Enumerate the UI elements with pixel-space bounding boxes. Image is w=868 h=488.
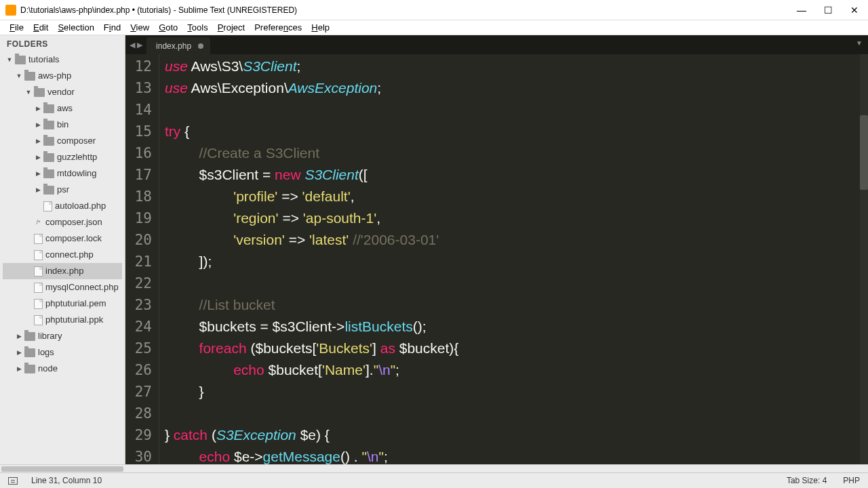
tree-label: connect.php bbox=[45, 248, 94, 262]
tree-label: phptuturial.pem bbox=[45, 297, 106, 310]
menu-goto[interactable]: Goto bbox=[155, 22, 182, 33]
chevron-right-icon[interactable] bbox=[34, 150, 42, 164]
scrollbar-thumb[interactable] bbox=[860, 115, 868, 190]
tree-file-mysqlconnect[interactable]: mysqlConnect.php bbox=[3, 279, 122, 296]
tree-folder-aws[interactable]: aws bbox=[3, 100, 122, 117]
tree-label: tutorials bbox=[28, 53, 60, 66]
tree-label: composer.lock bbox=[45, 232, 102, 245]
tree-label: logs bbox=[38, 346, 54, 359]
tree-label: bin bbox=[57, 118, 68, 131]
tree-label: composer.json bbox=[45, 216, 102, 229]
tabbar: ◀ ▶ index.php ▼ bbox=[125, 35, 868, 54]
file-icon: /* bbox=[34, 218, 43, 228]
menu-selection[interactable]: Selection bbox=[54, 22, 98, 33]
menu-file[interactable]: File bbox=[5, 22, 28, 33]
line-gutter: 12 13 14 15 16 17 18 19 20 21 22 23 24 2… bbox=[125, 54, 159, 464]
menu-view[interactable]: View bbox=[126, 22, 153, 33]
tree-label: psr bbox=[57, 183, 69, 197]
tree-label: index.php bbox=[45, 264, 83, 278]
chevron-right-icon[interactable] bbox=[15, 329, 23, 343]
tree-file-connect[interactable]: connect.php bbox=[3, 247, 122, 263]
menubar: File Edit Selection Find View Goto Tools… bbox=[0, 20, 868, 35]
menu-help[interactable]: Help bbox=[307, 22, 334, 33]
chevron-right-icon[interactable] bbox=[34, 167, 42, 180]
tree-label: composer bbox=[57, 134, 96, 148]
status-language[interactable]: PHP bbox=[843, 476, 860, 485]
file-icon bbox=[34, 283, 43, 293]
chevron-right-icon[interactable] bbox=[34, 183, 42, 197]
tree-folder-guzzlehttp[interactable]: guzzlehttp bbox=[3, 149, 122, 165]
folder-icon bbox=[43, 104, 54, 113]
tree-file-composerjson[interactable]: /*composer.json bbox=[3, 214, 122, 230]
menu-tools[interactable]: Tools bbox=[183, 22, 212, 33]
file-icon bbox=[34, 299, 43, 309]
maximize-button[interactable]: ☐ bbox=[824, 5, 833, 16]
chevron-right-icon[interactable] bbox=[34, 102, 42, 115]
code-editor[interactable]: use Aws\S3\S3Client; use Aws\Exception\A… bbox=[159, 54, 868, 464]
tree-folder-awsphp[interactable]: aws-php bbox=[3, 68, 122, 84]
minimize-button[interactable]: — bbox=[797, 5, 806, 16]
file-icon bbox=[34, 250, 43, 260]
chevron-down-icon[interactable] bbox=[24, 85, 33, 99]
editor-area: ◀ ▶ index.php ▼ 12 13 14 15 16 17 18 19 … bbox=[125, 35, 868, 464]
tree-folder-composer[interactable]: composer bbox=[3, 133, 122, 149]
file-icon bbox=[43, 201, 52, 211]
tree-folder-vendor[interactable]: vendor bbox=[3, 84, 122, 100]
folder-icon bbox=[34, 88, 45, 97]
chevron-right-icon[interactable] bbox=[34, 118, 42, 131]
sidebar: FOLDERS tutorials aws-php vendor aws bin… bbox=[0, 35, 125, 464]
tree-file-ppk[interactable]: phptuturial.ppk bbox=[3, 312, 122, 328]
chevron-right-icon[interactable] bbox=[15, 346, 23, 359]
folder-icon bbox=[43, 169, 54, 178]
tree-file-index[interactable]: index.php bbox=[3, 263, 122, 279]
tree-file-composerlock[interactable]: composer.lock bbox=[3, 230, 122, 247]
tree-folder-library[interactable]: library bbox=[3, 328, 122, 344]
titlebar: D:\tutorials\aws-php\index.php • (tutori… bbox=[0, 0, 868, 20]
status-tabsize[interactable]: Tab Size: 4 bbox=[787, 476, 827, 485]
chevron-down-icon[interactable] bbox=[15, 69, 23, 83]
folder-icon bbox=[24, 365, 35, 373]
tree-label: aws-php bbox=[38, 69, 71, 83]
window-title: D:\tutorials\aws-php\index.php • (tutori… bbox=[20, 5, 797, 15]
chevron-right-icon[interactable] bbox=[34, 134, 42, 148]
scrollbar-thumb[interactable] bbox=[1, 466, 123, 472]
tab-overflow-icon[interactable]: ▼ bbox=[856, 39, 863, 47]
folder-tree: tutorials aws-php vendor aws bin compose… bbox=[0, 52, 125, 382]
file-icon bbox=[34, 315, 43, 325]
chevron-down-icon[interactable] bbox=[5, 53, 14, 66]
tree-label: mtdowling bbox=[57, 167, 97, 180]
tree-folder-bin[interactable]: bin bbox=[3, 117, 122, 133]
tree-label: phptuturial.ppk bbox=[45, 313, 103, 327]
menu-find[interactable]: Find bbox=[100, 22, 125, 33]
chevron-right-icon[interactable] bbox=[15, 362, 23, 375]
tree-label: aws bbox=[57, 102, 73, 115]
tab-history[interactable]: ◀ ▶ bbox=[125, 35, 146, 54]
tab-index[interactable]: index.php bbox=[146, 37, 210, 54]
status-cursor-pos[interactable]: Line 31, Column 10 bbox=[31, 476, 102, 485]
folder-icon bbox=[24, 72, 35, 81]
panel-switcher-icon[interactable] bbox=[8, 477, 18, 485]
tree-folder-psr[interactable]: psr bbox=[3, 182, 122, 198]
tree-folder-mtdowling[interactable]: mtdowling bbox=[3, 165, 122, 182]
tree-label: autoload.php bbox=[55, 199, 106, 213]
tree-folder-tutorials[interactable]: tutorials bbox=[3, 52, 122, 68]
folder-icon bbox=[24, 348, 35, 357]
tree-file-pem[interactable]: phptuturial.pem bbox=[3, 296, 122, 312]
menu-preferences[interactable]: Preferences bbox=[250, 22, 306, 33]
folder-icon bbox=[43, 121, 54, 129]
menu-edit[interactable]: Edit bbox=[29, 22, 52, 33]
close-button[interactable]: ✕ bbox=[850, 5, 859, 16]
folder-icon bbox=[43, 186, 54, 195]
menu-project[interactable]: Project bbox=[214, 22, 249, 33]
folder-icon bbox=[15, 56, 26, 64]
tree-label: mysqlConnect.php bbox=[45, 281, 119, 294]
scrollbar-horizontal[interactable] bbox=[0, 464, 868, 472]
sidebar-header: FOLDERS bbox=[0, 35, 125, 52]
file-icon bbox=[34, 234, 43, 244]
tab-modified-icon bbox=[198, 43, 203, 49]
tree-folder-node[interactable]: node bbox=[3, 361, 122, 377]
tree-folder-logs[interactable]: logs bbox=[3, 344, 122, 361]
scrollbar-vertical[interactable] bbox=[860, 54, 868, 464]
tree-file-autoload[interactable]: autoload.php bbox=[3, 198, 122, 214]
tree-label: guzzlehttp bbox=[57, 150, 97, 164]
